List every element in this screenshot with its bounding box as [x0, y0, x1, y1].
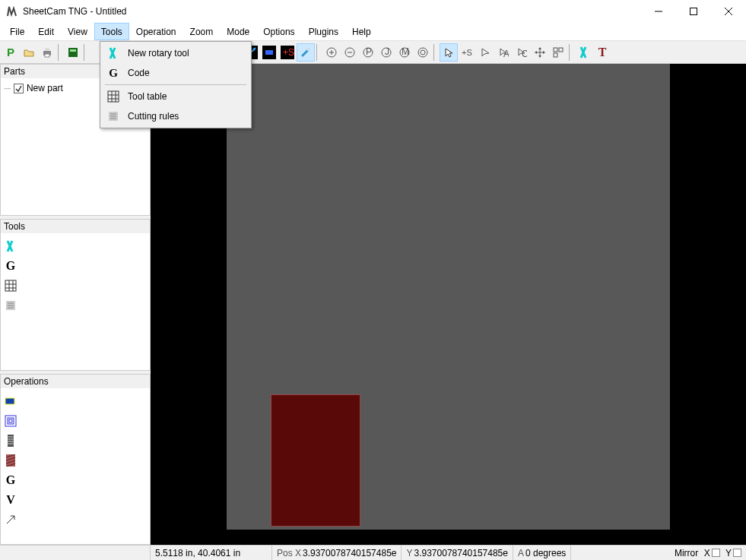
menu-options[interactable]: Options — [256, 23, 301, 40]
toolbar-zoom-in[interactable] — [322, 43, 341, 62]
toolbar-move[interactable] — [531, 43, 549, 62]
toolbar-cursor-a[interactable]: A — [494, 43, 513, 62]
tool-rules-icon[interactable] — [4, 299, 17, 312]
svg-point-29 — [418, 48, 427, 57]
mirror-y-checkbox[interactable] — [733, 549, 741, 557]
menu-mode[interactable]: Mode — [220, 23, 256, 40]
menu-tool-table[interactable]: Tool table — [102, 87, 249, 106]
svg-point-17 — [307, 47, 311, 51]
svg-rect-5 — [45, 48, 49, 51]
menu-file[interactable]: File — [3, 23, 31, 40]
canvas[interactable] — [151, 64, 746, 545]
operations-listbox[interactable] — [17, 391, 147, 541]
menu-item-label: Tool table — [128, 91, 167, 102]
svg-marker-35 — [538, 47, 541, 49]
toolbar-separator — [569, 44, 573, 61]
menu-operation[interactable]: Operation — [129, 23, 183, 40]
mirror-x-checkbox[interactable] — [712, 549, 720, 557]
checkbox-icon[interactable] — [14, 84, 24, 93]
status-posy: Y 3.9370078740157485e — [402, 546, 513, 560]
toolbar-zoom-part[interactable]: P — [359, 43, 377, 62]
op-hatch-icon[interactable] — [4, 454, 17, 467]
status-mirror-label: Mirror — [675, 548, 698, 558]
maximize-button[interactable] — [676, 0, 711, 23]
status-angle: A 0 degrees — [513, 546, 571, 560]
toolbar-cursor-c[interactable]: C — [513, 43, 531, 62]
toolbar-separator — [84, 44, 88, 61]
tool-rotary-icon[interactable] — [4, 239, 17, 253]
menu-separator — [105, 84, 246, 85]
menu-item-label: Cutting rules — [128, 111, 179, 122]
op-drill-icon[interactable] — [4, 434, 17, 448]
toolbar-post-button[interactable]: P — [2, 43, 20, 62]
status-dim-value: 5.5118 in, 40.4061 in — [155, 548, 240, 558]
svg-point-30 — [421, 50, 425, 55]
menu-tools[interactable]: Tools — [94, 23, 129, 40]
toolbar-probe-button[interactable] — [297, 43, 315, 62]
operations-panel: Operations G V — [0, 374, 151, 545]
svg-rect-59 — [9, 419, 12, 422]
toolbar-zoom-job[interactable]: J — [377, 43, 395, 62]
svg-rect-40 — [559, 48, 563, 52]
svg-rect-39 — [554, 48, 557, 52]
menu-code[interactable]: G Code — [102, 63, 249, 83]
status-posx-label: Pos X — [277, 548, 301, 558]
svg-rect-57 — [5, 416, 16, 426]
toolbar-dark-2[interactable] — [260, 43, 278, 62]
operations-icon-strip: G V — [4, 391, 17, 541]
svg-text:P: P — [366, 46, 372, 57]
menu-item-label: Code — [128, 68, 150, 78]
svg-rect-44 — [14, 84, 23, 93]
toolbar-nesting[interactable] — [549, 43, 567, 62]
toolbar-zoom-out[interactable] — [341, 43, 359, 62]
svg-text:J: J — [385, 46, 389, 57]
title-bar: SheetCam TNG - Untitled — [0, 0, 746, 23]
tools-listbox[interactable] — [17, 236, 147, 367]
operations-panel-header: Operations — [1, 375, 150, 388]
menu-zoom[interactable]: Zoom — [183, 23, 221, 40]
menu-cutting-rules[interactable]: Cutting rules — [102, 106, 249, 126]
operations-panel-body: G V — [1, 388, 150, 544]
close-button[interactable] — [711, 0, 746, 23]
toolbar-open-button[interactable] — [20, 43, 38, 62]
toolbar-print-button[interactable] — [38, 43, 56, 62]
toolbar-dark-3[interactable]: +S — [278, 43, 297, 62]
menu-plugins[interactable]: Plugins — [302, 23, 345, 40]
svg-line-69 — [7, 516, 14, 524]
toolbar-separator — [433, 44, 438, 61]
toolbar-select-arrow[interactable] — [440, 43, 458, 62]
tool-table-icon[interactable] — [4, 279, 17, 293]
menu-help[interactable]: Help — [345, 23, 378, 40]
op-contour-icon[interactable] — [4, 394, 17, 408]
minimize-button[interactable] — [641, 0, 676, 23]
toolbar-calculator-button[interactable] — [64, 43, 82, 62]
op-gcode-icon[interactable]: G — [4, 473, 17, 487]
toolbar-zoom-material[interactable]: M — [395, 43, 414, 62]
svg-rect-1 — [690, 8, 697, 15]
tree-connector-icon: ····· — [4, 84, 11, 93]
window-title: SheetCam TNG - Untitled — [23, 6, 740, 17]
status-posx: Pos X 3.9370078740157485e — [272, 546, 402, 560]
toolbar-text-button[interactable]: T — [593, 43, 611, 62]
op-expand-icon[interactable] — [4, 513, 17, 527]
menu-new-rotary-tool[interactable]: New rotary tool — [102, 43, 249, 63]
menu-view[interactable]: View — [61, 23, 94, 40]
status-dimensions: 5.5118 in, 40.4061 in — [151, 546, 272, 560]
app-icon — [6, 5, 18, 17]
toolbar-cursor-2[interactable] — [476, 43, 494, 62]
svg-text:A: A — [503, 49, 509, 58]
main-area: Parts ····· New part Tools G — [0, 64, 746, 545]
toolbar-add-start[interactable]: +S — [458, 43, 476, 62]
op-spiral-icon[interactable] — [4, 414, 17, 428]
op-v-icon[interactable]: V — [4, 493, 17, 507]
svg-rect-41 — [554, 53, 557, 57]
status-posy-label: Y — [406, 548, 412, 558]
toolbar-zoom-machine[interactable] — [414, 43, 432, 62]
status-angle-label: A — [518, 548, 524, 558]
menu-edit[interactable]: Edit — [31, 23, 61, 40]
left-column: Parts ····· New part Tools G — [0, 64, 151, 545]
toolbar-rotary-icon[interactable] — [575, 43, 593, 62]
tool-gcode-icon[interactable]: G — [4, 259, 17, 273]
svg-marker-37 — [535, 51, 537, 54]
svg-rect-72 — [108, 91, 119, 102]
